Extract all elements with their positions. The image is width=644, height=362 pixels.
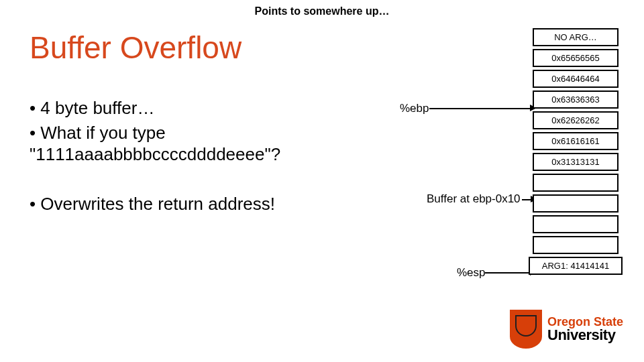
osu-logo-text: Oregon State University <box>542 310 624 349</box>
stack-cell: 0x61616161 <box>533 132 619 150</box>
top-hint: Points to somewhere up… <box>0 5 644 17</box>
buffer-label: Buffer at ebp-0x10 <box>427 192 521 206</box>
stack-cell: 0x31313131 <box>533 153 619 171</box>
stack-cell <box>533 174 619 192</box>
slide-title: Buffer Overflow <box>30 29 241 66</box>
bullet-1: • 4 byte buffer… <box>30 97 405 119</box>
stack-cell: 0x62626262 <box>533 111 619 129</box>
ebp-arrow-line <box>429 108 532 109</box>
stack-cell <box>533 194 619 213</box>
stack-cell: NO ARG… <box>533 28 619 46</box>
stack-cell: 0x64646464 <box>533 70 619 88</box>
esp-label: %esp <box>457 266 486 280</box>
osu-crest-icon <box>510 310 542 349</box>
stack-diagram: NO ARG… 0x65656565 0x64646464 0x63636363… <box>533 28 619 278</box>
osu-logo: Oregon State University <box>510 310 624 349</box>
bullet-group-2: • Overwrites the return address! <box>30 176 275 233</box>
stack-cell-arg1: ARG1: 41414141 <box>529 257 623 275</box>
stack-cell <box>533 236 619 254</box>
bullet-group-1: • 4 byte buffer… • What if you type "111… <box>30 97 405 168</box>
osu-logo-line2: University <box>547 328 624 343</box>
bullet-2: • What if you type "1111aaaabbbbccccdddd… <box>30 122 405 166</box>
stack-cell: 0x65656565 <box>533 49 619 67</box>
ebp-label: %ebp <box>400 102 429 115</box>
stack-cell: 0x63636363 <box>533 90 619 109</box>
stack-cell <box>533 215 619 233</box>
esp-arrow-line <box>485 272 532 274</box>
bullet-3: • Overwrites the return address! <box>30 193 275 215</box>
